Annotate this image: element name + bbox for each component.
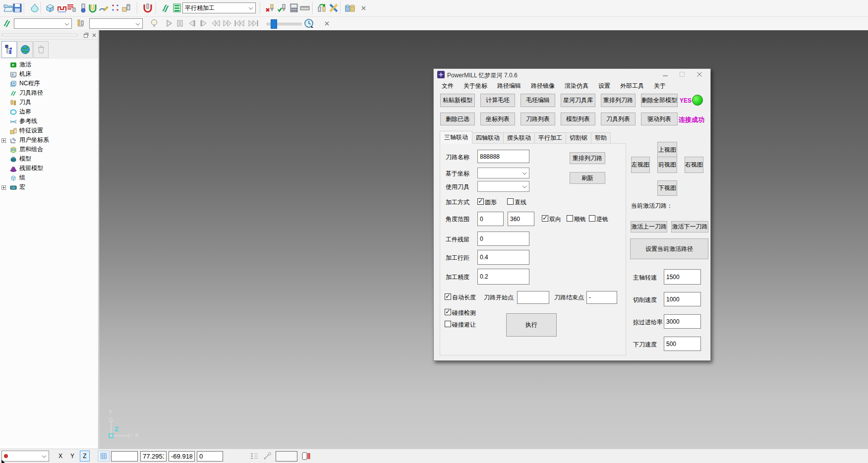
activate-prev-button[interactable]: 激活上一刀路	[631, 221, 667, 232]
tree-item-macros[interactable]: 宏	[0, 182, 98, 192]
tab-saw[interactable]: 切割锯	[566, 132, 591, 144]
probe-icon[interactable]	[262, 451, 273, 462]
tab-help[interactable]: 帮助	[591, 132, 611, 144]
feature-set-icon[interactable]	[120, 1, 133, 14]
statusbar-combobox[interactable]	[1, 451, 49, 462]
menu-file[interactable]: 文件	[437, 82, 459, 90]
lightbulb-icon[interactable]	[149, 18, 160, 29]
toolpath-deactivate-icon[interactable]	[264, 1, 277, 14]
angle-from-input[interactable]	[477, 212, 504, 226]
tab-4axis[interactable]: 四轴联动	[472, 132, 504, 144]
view-top-button[interactable]: 上视图	[657, 142, 677, 158]
use-tool-combobox[interactable]	[477, 181, 529, 192]
menu-render-sim[interactable]: 渲染仿真	[560, 82, 593, 90]
tree-item-toolpaths[interactable]: 刀具路径	[0, 88, 98, 98]
based-coord-combobox[interactable]	[477, 168, 529, 178]
view-left-button[interactable]: 左视图	[631, 157, 650, 173]
stock-remain-input[interactable]	[477, 232, 529, 246]
menu-coords[interactable]: 关于坐标	[459, 82, 492, 90]
maximize-icon[interactable]	[674, 69, 691, 80]
sim-tool-combobox[interactable]	[89, 18, 143, 29]
sim-toolpath-combobox[interactable]	[14, 18, 72, 29]
toolpath-activate-icon[interactable]	[276, 1, 289, 14]
tree-item-workplanes[interactable]: 用户坐标系	[0, 135, 98, 145]
execute-button[interactable]: 执行	[506, 313, 557, 337]
collision-check-icon[interactable]	[141, 1, 154, 14]
tab-explorer-tree[interactable]	[1, 41, 17, 58]
tool-list-button[interactable]: 刀具列表	[601, 113, 636, 125]
tool-change-icon[interactable]	[315, 1, 328, 14]
spindle-speed-input[interactable]	[664, 269, 701, 285]
panel-drag-grip[interactable]	[2, 34, 77, 36]
menu-path-mirror[interactable]: 路径镜像	[526, 82, 560, 90]
line-checkbox[interactable]	[507, 198, 514, 205]
bidirectional-checkbox[interactable]	[542, 215, 548, 222]
activate-next-button[interactable]: 激活下一刀路	[671, 221, 708, 232]
tree-item-machine[interactable]: 机床	[0, 69, 98, 79]
rearrange-button[interactable]: 重排列刀路	[570, 152, 605, 164]
view-front-button[interactable]: 前视图	[657, 157, 677, 173]
model-compare-icon[interactable]	[343, 1, 358, 14]
toolpath-edit-icon[interactable]	[65, 1, 78, 14]
close-icon[interactable]	[691, 69, 708, 80]
tree-item-nc-program[interactable]: NC程序	[0, 79, 98, 88]
strategy-list-icon[interactable]	[171, 1, 183, 14]
statusbar-extra-field[interactable]	[276, 451, 297, 462]
axis-y-button[interactable]: Y	[68, 451, 77, 462]
grid-size-input[interactable]	[111, 451, 138, 462]
tree-item-models[interactable]: 模型	[0, 154, 98, 164]
cursor-z-field[interactable]	[197, 451, 223, 462]
menu-path-edit[interactable]: 路径编辑	[492, 82, 526, 90]
model-block-icon[interactable]	[44, 1, 57, 14]
resize-grip[interactable]	[1, 460, 5, 463]
view-bottom-button[interactable]: 下视图	[657, 180, 677, 196]
explorer-panel-header[interactable]	[0, 30, 98, 40]
plunge-speed-input[interactable]	[664, 337, 701, 351]
tree-item-tools[interactable]: 刀具	[0, 98, 98, 107]
delete-all-models-button[interactable]: 删除全部模型	[641, 94, 678, 107]
speed-slider-handle[interactable]	[271, 19, 277, 29]
circle-checkbox[interactable]	[477, 198, 484, 205]
set-active-path-button[interactable]: 设置当前激活路径	[630, 238, 708, 259]
climb-checkbox[interactable]	[567, 215, 573, 222]
pause-icon[interactable]	[174, 18, 185, 29]
cursor-y-field[interactable]	[169, 451, 195, 462]
collision-check-checkbox[interactable]	[445, 309, 451, 315]
rearrange-toolpath-button[interactable]: 重排列刀路	[601, 94, 636, 107]
tree-item-stock-models[interactable]: 残留模型	[0, 164, 98, 173]
go-to-end-icon[interactable]	[247, 18, 260, 29]
toolpath-spring-icon[interactable]	[2, 18, 13, 29]
menu-about[interactable]: 关于	[649, 82, 671, 90]
stock-edit-button[interactable]: 毛坯编辑	[521, 94, 555, 107]
cross-tools-icon[interactable]	[327, 1, 340, 14]
delete-selected-button[interactable]: 删除已选	[440, 113, 475, 125]
grid-toggle-icon[interactable]	[98, 451, 110, 462]
start-point-input[interactable]	[517, 291, 549, 304]
drive-list-button[interactable]: 驱动列表	[641, 113, 678, 125]
model-pause-icon[interactable]	[300, 451, 311, 462]
step-forward-icon[interactable]	[198, 18, 209, 29]
expand-plus-icon[interactable]	[1, 184, 6, 189]
view-right-button[interactable]: 右视图	[685, 157, 703, 173]
toolbar-close-icon[interactable]	[359, 1, 368, 14]
menu-external-tools[interactable]: 外部工具	[615, 82, 649, 90]
search-forward-icon[interactable]	[222, 18, 233, 29]
strategy-combobox[interactable]: 平行精加工	[182, 2, 256, 13]
tree-item-feature-sets[interactable]: 特征设置	[0, 126, 98, 135]
save-project-icon[interactable]	[11, 1, 24, 14]
toolpath-list-button[interactable]: 刀路列表	[521, 113, 555, 125]
skim-rate-input[interactable]	[664, 314, 701, 329]
panel-close-icon[interactable]	[91, 32, 97, 38]
conventional-checkbox[interactable]	[589, 215, 595, 222]
tree-item-patterns[interactable]: 参考线	[0, 116, 98, 126]
cursor-x-field[interactable]	[140, 451, 167, 462]
tab-recycle-bin[interactable]	[33, 41, 49, 58]
auto-length-checkbox[interactable]	[445, 293, 451, 300]
axis-x-button[interactable]: X	[56, 451, 65, 462]
tab-3axis[interactable]: 三轴联动	[440, 131, 472, 144]
coord-list-button[interactable]: 坐标列表	[480, 113, 515, 125]
tab-tilt-head[interactable]: 摆头联动	[503, 132, 535, 144]
toolbar-close-icon[interactable]	[322, 18, 331, 29]
tab-parallel[interactable]: 平行加工	[534, 132, 566, 144]
tree-item-levels[interactable]: 层和组合	[0, 145, 98, 154]
